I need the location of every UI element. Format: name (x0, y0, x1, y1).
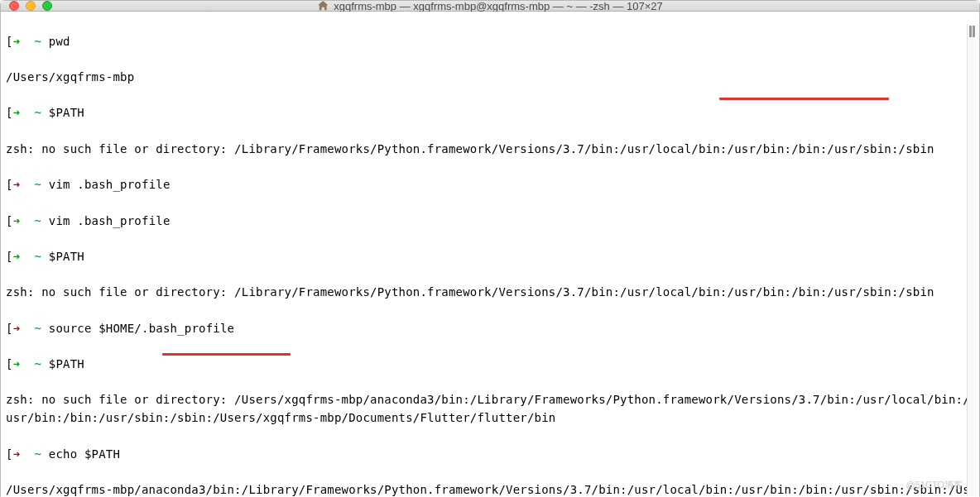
arrow-icon: ➜ (13, 35, 21, 48)
prompt-line: [➜ ~ vim .bash_profile] (6, 213, 974, 231)
minimize-button[interactable] (26, 1, 36, 11)
scrollbar[interactable] (967, 24, 979, 496)
output-line: zsh: no such file or directory: /Users/x… (6, 391, 974, 427)
watermark: @51CTO博客 (906, 479, 963, 491)
window-title-text: xgqfrms-mbp — xgqfrms-mbp@xgqfrms-mbp — … (334, 0, 663, 12)
command: $PATH (49, 106, 84, 119)
arrow-icon: ➜ (13, 106, 21, 119)
prompt-line: [➜ ~ $PATH] (6, 248, 974, 266)
arrow-icon: ➜ (13, 214, 21, 227)
prompt-line: [➜ ~ source $HOME/.bash_profile] (6, 320, 974, 338)
window-title: xgqfrms-mbp — xgqfrms-mbp@xgqfrms-mbp — … (317, 0, 663, 12)
output-line: zsh: no such file or directory: /Library… (6, 141, 974, 159)
command: pwd (49, 35, 70, 48)
close-button[interactable] (9, 1, 19, 11)
output-line: zsh: no such file or directory: /Library… (6, 284, 974, 302)
annotation-underline (719, 98, 889, 100)
output-line: /Users/xgqfrms-mbp/anaconda3/bin:/Librar… (6, 481, 974, 497)
command: vim .bash_profile (49, 178, 171, 191)
arrow-icon: ➜ (13, 178, 21, 191)
prompt-line: [➜ ~ vim .bash_profile] (6, 176, 974, 194)
annotation-underline (162, 353, 291, 356)
prompt-line: [➜ ~ echo $PATH] (6, 446, 974, 464)
arrow-icon: ➜ (13, 250, 21, 263)
prompt-line: [➜ ~ pwd] (6, 33, 974, 51)
output-line: /Users/xgqfrms-mbp (6, 69, 974, 87)
home-icon (317, 0, 329, 12)
command: source $HOME/.bash_profile (49, 322, 234, 335)
maximize-button[interactable] (42, 1, 52, 11)
arrow-icon: ➜ (13, 322, 21, 335)
command: echo $PATH (49, 447, 120, 461)
arrow-icon: ➜ (13, 447, 21, 461)
titlebar[interactable]: xgqfrms-mbp — xgqfrms-mbp@xgqfrms-mbp — … (1, 1, 979, 12)
prompt-line: [➜ ~ $PATH] (6, 104, 974, 122)
traffic-lights (9, 1, 52, 11)
pane-indicator-icon (969, 26, 978, 37)
arrow-icon: ➜ (13, 357, 21, 370)
terminal-body[interactable]: [➜ ~ pwd] /Users/xgqfrms-mbp [➜ ~ $PATH]… (1, 12, 979, 497)
prompt-line: [➜ ~ $PATH] (6, 356, 974, 374)
terminal-window: xgqfrms-mbp — xgqfrms-mbp@xgqfrms-mbp — … (0, 0, 980, 497)
command: vim .bash_profile (49, 214, 171, 227)
command: $PATH (49, 250, 84, 263)
command: $PATH (49, 357, 84, 370)
